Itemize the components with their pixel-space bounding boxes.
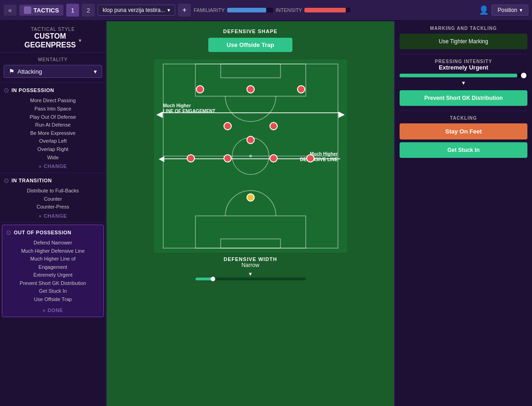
double-chevron-icon-2: »	[39, 213, 42, 219]
mentality-icon: ⚑	[9, 68, 15, 75]
tackling-title: TACKLING	[400, 116, 527, 121]
in-transition-items: Distribute to Full-Backs Counter Counter…	[4, 187, 102, 211]
tab-1-button[interactable]: 1	[66, 4, 79, 17]
in-transition-icon: ⊙	[4, 177, 9, 184]
mentality-dropdown[interactable]: ⚑ Attacking ▾	[4, 65, 102, 78]
add-tab-button[interactable]: +	[178, 4, 191, 17]
tab-2-button[interactable]: 2	[82, 4, 95, 17]
list-item: Play Out Of Defense	[4, 113, 102, 122]
defensive-width-slider[interactable]	[195, 278, 306, 280]
pressing-intensity-section: PRESSING INTENSITY Extremely Urgent ▼	[400, 59, 527, 86]
player-dot	[187, 154, 195, 162]
player-dot	[306, 154, 315, 162]
pressing-intensity-slider[interactable]	[400, 74, 527, 77]
in-transition-change-button[interactable]: » CHANGE	[39, 213, 67, 219]
list-item: More Direct Passing	[4, 97, 102, 105]
prevent-gk-distribution-button[interactable]: Prevent Short GK Distribution	[400, 90, 527, 106]
defensive-shape-label: DEFENSIVE SHAPE	[223, 29, 277, 34]
marking-tackling-title: MARKING AND TACKLING	[400, 26, 527, 31]
get-stuck-in-button[interactable]: Get Stuck In	[400, 142, 527, 158]
list-item: Use Offside Trap	[6, 296, 100, 304]
tactical-style-dropdown-arrow[interactable]: ▾	[79, 37, 81, 44]
in-possession-icon: ⊙	[4, 87, 9, 94]
in-possession-change-button[interactable]: » CHANGE	[39, 163, 67, 169]
in-possession-title: IN POSSESSION	[11, 87, 54, 93]
in-possession-section: ⊙ IN POSSESSION More Direct Passing Pass…	[0, 83, 106, 173]
familiarity-section: FAMILIARITY	[194, 7, 273, 13]
pitch-wrapper: ▶ ◀ Much HigherLINE OF ENGAGEMENT Much H…	[154, 59, 347, 253]
offside-trap-button[interactable]: Use Offside Trap	[208, 38, 292, 52]
stay-on-feet-button[interactable]: Stay On Feet	[400, 123, 527, 139]
familiarity-bar-track	[227, 8, 273, 12]
mentality-label: MENTALITY	[4, 57, 102, 62]
list-item: Counter-Press	[4, 203, 102, 211]
width-arrow-down: ▼	[111, 271, 389, 277]
in-possession-header: ⊙ IN POSSESSION	[4, 87, 102, 94]
topbar: « TACTICS 1 2 klop puna verzija testira.…	[0, 0, 532, 21]
pitch-area: DEFENSIVE SHAPE Use Offside Trap	[107, 21, 394, 406]
sidebar: TACTICAL STYLE CUSTOM GEGENPRESS ▾ MENTA…	[0, 21, 107, 406]
player-dot	[223, 122, 232, 130]
player-dot	[269, 122, 278, 130]
tighter-marking-button[interactable]: Use Tighter Marking	[400, 34, 527, 49]
defensive-width-value: Narrow	[111, 262, 389, 268]
familiarity-bar-fill	[227, 8, 266, 12]
list-item: Run At Defense	[4, 121, 102, 129]
marking-tackling-section: MARKING AND TACKLING Use Tighter Marking	[400, 26, 527, 49]
pressing-intensity-value: Extremely Urgent	[400, 64, 527, 71]
list-item: Prevent Short GK Distribution	[6, 279, 100, 288]
tactical-style-header: TACTICAL STYLE CUSTOM GEGENPRESS ▾	[0, 21, 106, 52]
defensive-width-slider-thumb	[211, 277, 215, 281]
list-item: Counter	[4, 195, 102, 203]
back-button[interactable]: «	[4, 5, 17, 16]
goalkeeper-dot	[246, 193, 255, 202]
svg-point-4	[249, 155, 252, 157]
tactics-icon	[24, 6, 31, 14]
in-transition-section: ⊙ IN TRANSITION Distribute to Full-Backs…	[0, 173, 106, 223]
divider-2	[400, 110, 527, 111]
player-dot	[246, 136, 255, 144]
list-item: Extremely Urgent	[6, 271, 100, 279]
person-icon: 👤	[479, 5, 489, 15]
player-dot	[246, 85, 255, 93]
out-possession-title: OUT OF POSSESSION	[14, 230, 71, 235]
formation-name-text: klop puna verzija testira...	[103, 7, 165, 13]
list-item: Wide	[4, 154, 102, 162]
out-possession-done-button[interactable]: « DONE	[43, 307, 63, 313]
list-item: Much Higher Defensive Line	[6, 247, 100, 255]
player-dot	[297, 85, 305, 93]
player-dot	[223, 154, 232, 162]
double-chevron-left-icon: «	[43, 307, 46, 313]
mentality-section: MENTALITY ⚑ Attacking ▾	[0, 52, 106, 83]
position-button[interactable]: Position ▾	[492, 5, 528, 16]
in-possession-items: More Direct Passing Pass Into Space Play…	[4, 97, 102, 162]
pi-slider-thumb	[521, 73, 526, 78]
line-of-engagement-left-arrow[interactable]: ◀	[156, 109, 163, 119]
list-item: Be More Expressive	[4, 129, 102, 138]
in-transition-title: IN TRANSITION	[11, 178, 52, 183]
familiarity-label: FAMILIARITY	[194, 7, 224, 13]
list-item: Much Higher Line ofEngagement	[6, 255, 100, 271]
double-chevron-icon-1: »	[39, 163, 42, 169]
divider-1	[400, 54, 527, 54]
formation-dropdown-arrow: ▾	[167, 7, 170, 13]
line-of-engagement-right-arrow[interactable]: ▶	[338, 109, 345, 119]
pressing-intensity-title: PRESSING INTENSITY	[400, 59, 527, 64]
tactics-tab[interactable]: TACTICS	[19, 5, 63, 16]
defensive-line-label: Much HigherDEFENSIVE LINE	[300, 151, 338, 162]
tactical-style-label: TACTICAL STYLE	[4, 27, 102, 32]
def-line-left-arrow[interactable]: ◀	[159, 154, 164, 163]
out-possession-items: Defend Narrower Much Higher Defensive Li…	[6, 239, 100, 304]
formation-name[interactable]: klop puna verzija testira... ▾	[97, 5, 175, 16]
intensity-bar-track	[304, 8, 350, 12]
defensive-width-label: DEFENSIVE WIDTH	[111, 256, 389, 262]
list-item: Get Stuck In	[6, 287, 100, 296]
line-of-engagement-label: Much HigherLINE OF ENGAGEMENT	[163, 103, 216, 114]
list-item: Distribute to Full-Backs	[4, 187, 102, 195]
player-dot	[196, 85, 204, 93]
right-panel: MARKING AND TACKLING Use Tighter Marking…	[394, 21, 532, 406]
tackling-section: TACKLING Stay On Feet Get Stuck In	[400, 116, 527, 158]
in-transition-header: ⊙ IN TRANSITION	[4, 177, 102, 184]
change-label-2: CHANGE	[44, 213, 67, 219]
intensity-label: INTENSITY	[276, 7, 302, 13]
